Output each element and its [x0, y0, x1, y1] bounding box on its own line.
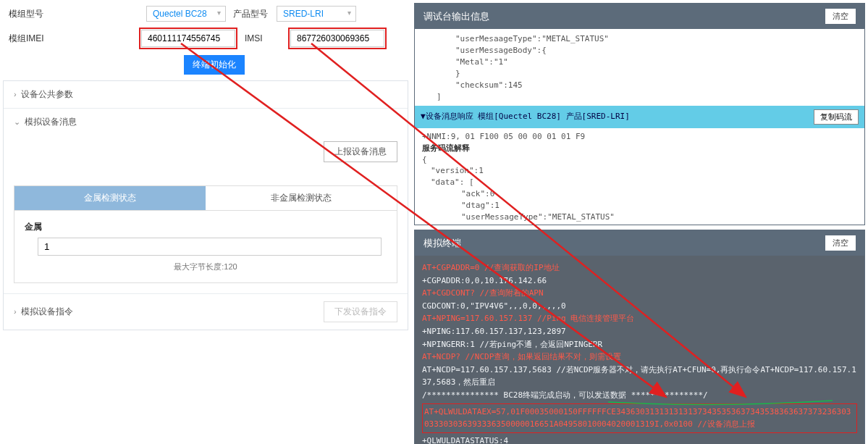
console-line: "userMessageBody":{	[455, 45, 857, 56]
copy-stream-button[interactable]: 复制码流	[814, 109, 859, 125]
console-title: 调试台输出信息	[424, 10, 489, 23]
product-type-label: 产品型号	[233, 8, 269, 20]
terminal-title: 模拟终端	[424, 237, 461, 250]
metal-value-input[interactable]	[38, 238, 382, 256]
response-info-bar: ▼设备消息响应 模组[Quectel BC28] 产品[SRED-LRI]	[421, 111, 630, 122]
terminal-line: +NPING:117.60.157.137,123,2897	[422, 325, 857, 338]
terminal-line: +CGPADDR:0,0,10.176.142.66	[422, 275, 857, 288]
console-line: "dtag":1	[461, 200, 857, 211]
terminal-line: AT+CGPADDR=0 //查询获取的IP地址	[422, 261, 857, 275]
tab-nonmetal-status[interactable]: 非金属检测状态	[206, 186, 397, 210]
tab-metal-status[interactable]: 金属检测状态	[14, 186, 206, 210]
imei-highlight	[139, 28, 237, 49]
module-imei-input[interactable]	[141, 30, 235, 47]
imsi-highlight	[288, 28, 387, 49]
terminal-line: +QLWULDATASTATUS:4	[422, 435, 857, 444]
report-device-msg-button[interactable]: 上报设备消息	[324, 141, 397, 162]
terminal-line: AT+QLWULDATAEX=57,01F00035000150FFFFFFCE…	[424, 406, 855, 431]
public-params-label: 设备公共参数	[21, 89, 73, 99]
terminal-clear-button[interactable]: 清空	[825, 235, 856, 251]
chevron-down-icon: ⌄	[14, 117, 20, 126]
imsi-label: IMSI	[245, 33, 281, 43]
terminal-line: AT+CGDCONT? //查询附着的APN	[422, 287, 857, 300]
module-type-label: 模组型号	[9, 8, 45, 20]
metal-field-label: 金属	[25, 221, 387, 233]
sim-msg-label: 模拟设备消息	[25, 117, 77, 127]
console-line: "userMesaageType":"METAL_STATUS"	[455, 33, 857, 45]
console-line: {	[422, 154, 857, 166]
console-line: "data": [	[431, 177, 857, 188]
simulated-terminal-panel: 模拟终端 清空 AT+CGPADDR=0 //查询获取的IP地址 +CGPADD…	[414, 230, 865, 444]
decode-title: 服务码流解释	[422, 143, 857, 154]
chevron-right-icon: ›	[14, 307, 17, 316]
module-imei-label: 模组IMEI	[9, 33, 45, 45]
terminal-highlight-box: AT+QLWULDATAEX=57,01F00035000150FFFFFFCE…	[422, 403, 857, 433]
console-line: "ack":0	[461, 188, 857, 200]
terminal-line: AT+NCDP=117.60.157.137,5683 //若NCDP服务器不对…	[422, 364, 857, 389]
accordion-sim-cmd[interactable]: ›模拟设备指令 下发设备指令	[4, 294, 408, 330]
product-type-dropdown[interactable]: SRED-LRI	[277, 6, 356, 22]
terminal-line: /*************** BC28终端完成启动，可以发送数据 *****…	[422, 389, 857, 402]
console-clear-button[interactable]: 清空	[825, 9, 856, 24]
console-output-panel: 调试台输出信息 清空 "userMesaageType":"METAL_STAT…	[414, 3, 865, 225]
console-body[interactable]: "userMesaageType":"METAL_STATUS" "userMe…	[415, 29, 864, 225]
terminal-init-button[interactable]: 终端初始化	[184, 55, 245, 75]
console-line: +NNMI:9, 01 F100 05 00 00 01 01 F9	[422, 131, 857, 143]
terminal-line: AT+NCDP? //NCDP查询，如果返回结果不对，则需设置	[422, 351, 857, 364]
console-line: "userMessageType":"METAL_STATUS"	[461, 211, 857, 223]
console-line: ]	[437, 91, 857, 103]
console-line: "checksum":145	[455, 80, 857, 91]
accordion-public-params[interactable]: ›设备公共参数	[4, 81, 408, 108]
console-line: "checksum":249	[461, 223, 857, 225]
console-line: "version":1	[431, 165, 857, 177]
console-line: "Metal":"1"	[455, 56, 857, 68]
terminal-line: CGDCONT:0,"IPV4V6",,,0,0,,,,,0	[422, 300, 857, 313]
terminal-line: +NPINGERR:1 //若ping不通，会返回NPINGERR	[422, 338, 857, 351]
chevron-right-icon: ›	[14, 90, 17, 99]
module-type-dropdown[interactable]: Quectel BC28	[146, 6, 226, 22]
issue-device-cmd-button: 下发设备指令	[324, 301, 397, 322]
imsi-input[interactable]	[290, 30, 384, 47]
console-line: }	[455, 68, 857, 80]
terminal-body[interactable]: AT+CGPADDR=0 //查询获取的IP地址 +CGPADDR:0,0,10…	[415, 256, 864, 444]
terminal-line: AT+NPING=117.60.157.137 //Ping 电信连接管理平台	[422, 312, 857, 325]
accordion-sim-msg[interactable]: ⌄模拟设备消息	[4, 109, 408, 135]
max-bytes-hint: 最大字节长度:120	[25, 261, 387, 272]
sim-cmd-label: 模拟设备指令	[21, 306, 73, 317]
